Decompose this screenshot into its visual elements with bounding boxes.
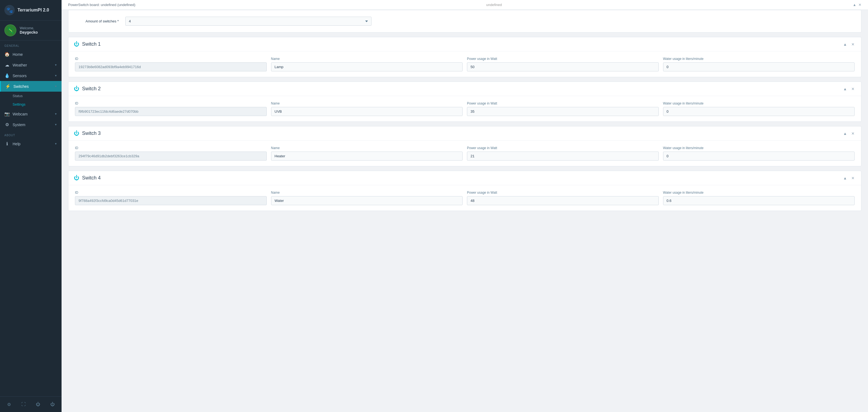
switch-2-water-input[interactable] [663, 107, 855, 116]
sidebar-item-help[interactable]: ℹ Help ▼ [0, 138, 62, 149]
switch-3-remove-icon[interactable]: ✕ [850, 131, 856, 136]
id-label: ID [75, 191, 267, 194]
sidebar-item-switches[interactable]: ⚡ Switches ▼ [0, 81, 62, 92]
sidebar-item-weather[interactable]: ☁ Weather ▼ [0, 60, 62, 70]
power-label: Power usage in Watt [467, 101, 659, 105]
switch-3-power-input[interactable] [467, 152, 659, 161]
switch-2-collapse-icon[interactable]: ▲ [842, 86, 848, 92]
switch-1-power-input[interactable] [467, 62, 659, 71]
water-label: Water usage in liters/minute [663, 146, 855, 150]
switch-3-water-input[interactable] [663, 152, 855, 161]
switch-4-card: ⏻ Switch 4 ▲ ✕ ID Name Power usage in Wa… [68, 171, 862, 211]
switch-3-header: ⏻ Switch 3 ▲ ✕ [68, 126, 861, 140]
chevron-down-icon: ▼ [55, 63, 57, 66]
banner-text: PowerSwitch board: undefined (undefined) [68, 3, 135, 7]
chevron-down-icon: ▼ [55, 113, 57, 116]
settings-gear-icon[interactable]: ⚙ [5, 400, 13, 409]
switch-4-power-input[interactable] [467, 196, 659, 205]
username: Daygecko [20, 30, 38, 34]
webcam-icon: 📷 [4, 112, 10, 117]
sensors-icon: 💧 [4, 73, 10, 78]
power-label: Power usage in Watt [467, 146, 659, 150]
switch-2-id-input [75, 107, 267, 116]
switch-1-water-group: Water usage in liters/minute [663, 57, 855, 71]
id-label: ID [75, 101, 267, 105]
power-icon: ⏻ [74, 41, 79, 47]
switch-3-collapse-icon[interactable]: ▲ [842, 131, 848, 136]
sidebar-bottom: ⚙ ⛶ ⏻ ⏻ [0, 397, 62, 412]
home-icon: 🏠 [4, 52, 10, 57]
amount-switches-label: Amount of switches * [75, 19, 119, 23]
switch-4-title: Switch 4 [82, 175, 101, 181]
switch-3-card: ⏻ Switch 3 ▲ ✕ ID Name Power usage in Wa… [68, 126, 862, 166]
switch-2-power-input[interactable] [467, 107, 659, 116]
fullscreen-icon[interactable]: ⛶ [19, 400, 28, 409]
id-label: ID [75, 146, 267, 150]
about-section-label: ABOUT [0, 130, 62, 138]
sidebar-sub-item-status[interactable]: Status [0, 92, 62, 100]
power-switch-icon[interactable]: ⏻ [34, 400, 42, 409]
amount-switches-select[interactable]: 1 2 3 4 5 6 7 8 [125, 17, 371, 26]
sidebar-item-webcam[interactable]: 📷 Webcam ▼ [0, 108, 62, 119]
switch-2-body: ID Name Power usage in Watt Water usage … [68, 96, 861, 122]
water-label: Water usage in liters/minute [663, 57, 855, 61]
switch-2-header: ⏻ Switch 2 ▲ ✕ [68, 82, 861, 96]
banner-up-icon[interactable]: ▲ [853, 3, 856, 7]
switch-1-id-group: ID [75, 57, 267, 71]
avatar: 🦎 [4, 24, 17, 36]
system-icon: ⚙ [4, 122, 10, 127]
name-label: Name [271, 191, 463, 194]
switch-1-body: ID Name Power usage in Watt Water usage … [68, 52, 861, 77]
switch-4-id-group: ID [75, 191, 267, 205]
switch-4-remove-icon[interactable]: ✕ [850, 176, 856, 181]
amount-switches-section: Amount of switches * 1 2 3 4 5 6 7 8 [68, 10, 862, 33]
switch-3-name-group: Name [271, 146, 463, 161]
sidebar-item-home[interactable]: 🏠 Home [0, 49, 62, 60]
switch-4-power-group: Power usage in Watt [467, 191, 659, 205]
sidebar-item-sensors[interactable]: 💧 Sensors ▼ [0, 70, 62, 81]
chevron-down-icon: ▼ [55, 74, 57, 77]
switch-2-name-input[interactable] [271, 107, 463, 116]
switch-2-water-group: Water usage in liters/minute [663, 101, 855, 116]
banner-close-icon[interactable]: ✕ [859, 3, 862, 7]
power-icon: ⏻ [74, 130, 79, 136]
switch-4-water-group: Water usage in liters/minute [663, 191, 855, 205]
switch-2-remove-icon[interactable]: ✕ [850, 86, 856, 92]
switch-4-name-input[interactable] [271, 196, 463, 205]
switch-1-name-group: Name [271, 57, 463, 71]
switch-3-title: Switch 3 [82, 130, 101, 136]
chevron-down-icon: ▼ [55, 85, 57, 88]
switch-1-water-input[interactable] [663, 62, 855, 71]
weather-icon: ☁ [4, 62, 10, 68]
power-off-icon[interactable]: ⏻ [48, 400, 57, 409]
switch-4-header: ⏻ Switch 4 ▲ ✕ [68, 171, 861, 185]
chevron-down-icon: ▼ [55, 123, 57, 126]
switch-4-water-input[interactable] [663, 196, 855, 205]
switch-4-body: ID Name Power usage in Watt Water usage … [68, 185, 861, 211]
switch-3-power-group: Power usage in Watt [467, 146, 659, 161]
sidebar-sub-item-settings[interactable]: Settings [0, 100, 62, 108]
water-label: Water usage in liters/minute [663, 101, 855, 105]
switches-container: ⏻ Switch 1 ▲ ✕ ID Name Power usage in Wa… [68, 37, 862, 211]
sidebar-item-label: Webcam [12, 112, 28, 116]
switch-1-id-input [75, 62, 267, 71]
switch-2-id-group: ID [75, 101, 267, 116]
main-content: PowerSwitch board: undefined (undefined)… [62, 0, 868, 412]
switch-1-card: ⏻ Switch 1 ▲ ✕ ID Name Power usage in Wa… [68, 37, 862, 77]
switch-3-water-group: Water usage in liters/minute [663, 146, 855, 161]
power-icon: ⏻ [74, 86, 79, 92]
name-label: Name [271, 101, 463, 105]
switch-3-name-input[interactable] [271, 152, 463, 161]
power-label: Power usage in Watt [467, 57, 659, 61]
switch-3-body: ID Name Power usage in Watt Water usage … [68, 140, 861, 166]
switch-1-remove-icon[interactable]: ✕ [850, 41, 856, 47]
switch-1-header: ⏻ Switch 1 ▲ ✕ [68, 37, 861, 52]
name-label: Name [271, 146, 463, 150]
sidebar: 🐾 TerrariumPI 2.0 🦎 Welcome, Daygecko GE… [0, 0, 62, 412]
switch-1-collapse-icon[interactable]: ▲ [842, 41, 848, 47]
switch-2-name-group: Name [271, 101, 463, 116]
switch-4-collapse-icon[interactable]: ▲ [842, 176, 848, 181]
sidebar-item-system[interactable]: ⚙ System ▼ [0, 119, 62, 130]
switch-1-name-input[interactable] [271, 62, 463, 71]
switch-1-title: Switch 1 [82, 41, 101, 47]
